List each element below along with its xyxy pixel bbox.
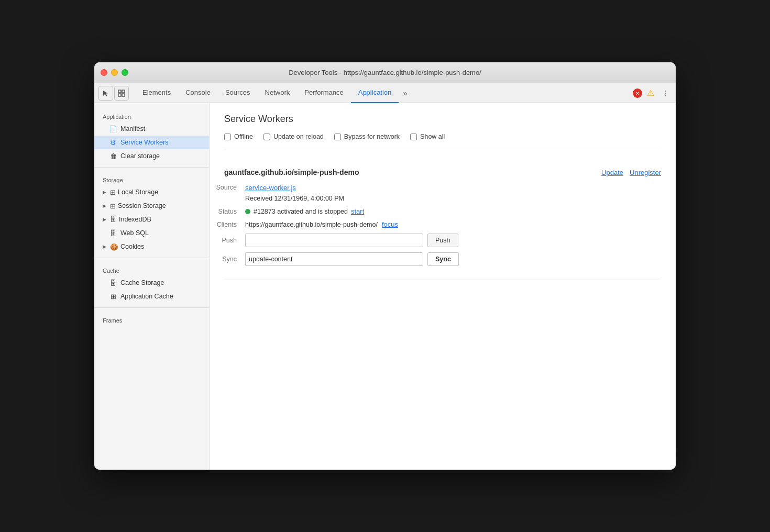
offline-checkbox[interactable] <box>224 134 231 140</box>
sw-actions: Update Unregister <box>601 169 661 176</box>
svg-rect-0 <box>118 90 121 93</box>
divider-2 <box>94 258 209 258</box>
devtools-window: Developer Tools - https://gauntface.gith… <box>94 62 676 470</box>
focus-link[interactable]: focus <box>382 220 398 228</box>
source-file-link[interactable]: service-worker.js <box>245 184 344 192</box>
section-frames-header: Frames <box>94 312 209 326</box>
cookies-icon: 🍪 <box>110 243 118 251</box>
update-on-reload-checkbox-label[interactable]: Update on reload <box>263 133 324 140</box>
status-row: Status #12873 activated and is stopped s… <box>224 207 661 215</box>
offline-checkbox-label[interactable]: Offline <box>224 133 253 140</box>
push-input[interactable] <box>245 234 423 247</box>
sidebar-item-cookies[interactable]: ▶ 🍪 Cookies <box>94 240 209 253</box>
arrow-icon: ▶ <box>103 217 108 222</box>
app-cache-icon: ⊞ <box>109 293 117 301</box>
divider-3 <box>94 307 209 308</box>
sidebar: Application 📄 Manifest ⚙ Service Workers… <box>94 103 210 470</box>
nav-tabs: Elements Console Sources Network Perform… <box>135 83 631 103</box>
received-text: Received 12/31/1969, 4:00:00 PM <box>245 195 344 202</box>
window-title: Developer Tools - https://gauntface.gith… <box>289 69 481 76</box>
minimize-button[interactable] <box>111 69 118 76</box>
push-label: Push <box>210 237 245 244</box>
gear-icon: ⚙ <box>109 139 117 147</box>
bypass-network-checkbox[interactable] <box>334 134 341 140</box>
page-title: Service Workers <box>224 114 661 125</box>
tab-elements[interactable]: Elements <box>135 83 178 103</box>
sidebar-item-clear-storage[interactable]: 🗑 Clear storage <box>94 149 209 163</box>
websql-icon: 🗄 <box>109 229 117 237</box>
arrow-icon: ▶ <box>103 190 108 195</box>
update-link[interactable]: Update <box>601 169 623 176</box>
svg-rect-3 <box>122 94 125 96</box>
more-tabs-button[interactable]: » <box>399 87 411 99</box>
cursor-icon-button[interactable] <box>98 86 113 101</box>
clients-value: https://gauntface.github.io/simple-push-… <box>245 220 398 228</box>
maximize-button[interactable] <box>122 69 128 76</box>
sw-domain-row: gauntface.github.io/simple-push-demo Upd… <box>224 168 661 176</box>
tab-performance[interactable]: Performance <box>297 83 350 103</box>
show-all-checkbox[interactable] <box>410 134 417 140</box>
main-area: Application 📄 Manifest ⚙ Service Workers… <box>94 103 676 470</box>
sync-row: Sync Sync <box>224 252 661 266</box>
divider-1 <box>94 167 209 168</box>
push-row: Push Push <box>224 234 661 247</box>
sidebar-item-app-cache[interactable]: ⊞ Application Cache <box>94 290 209 303</box>
unregister-link[interactable]: Unregister <box>630 169 661 176</box>
error-badge: × <box>633 88 642 98</box>
clients-label: Clients <box>210 221 245 228</box>
source-row: Source service-worker.js Received 12/31/… <box>224 184 661 202</box>
warning-icon: ⚠ <box>645 88 656 98</box>
sidebar-item-local-storage[interactable]: ▶ ⊞ Local Storage <box>94 185 209 199</box>
svg-rect-1 <box>122 90 125 93</box>
content-panel: Service Workers Offline Update on reload… <box>210 103 676 470</box>
source-label: Source <box>210 184 245 191</box>
sidebar-item-manifest[interactable]: 📄 Manifest <box>94 122 209 136</box>
svg-rect-2 <box>118 94 121 96</box>
tab-console[interactable]: Console <box>178 83 218 103</box>
toolbar-icon-group <box>98 86 129 101</box>
section-storage-header: Storage <box>94 172 209 185</box>
toolbar-right: × ⚠ ⋮ <box>633 87 672 99</box>
sidebar-item-indexeddb[interactable]: ▶ 🗄 IndexedDB <box>94 213 209 226</box>
start-link[interactable]: start <box>351 207 364 215</box>
options-row: Offline Update on reload Bypass for netw… <box>224 133 661 149</box>
tab-sources[interactable]: Sources <box>218 83 258 103</box>
status-active-dot <box>245 209 250 214</box>
sidebar-item-session-storage[interactable]: ▶ ⊞ Session Storage <box>94 199 209 213</box>
session-storage-icon: ⊞ <box>110 202 116 210</box>
sw-domain: gauntface.github.io/simple-push-demo <box>224 168 359 176</box>
close-button[interactable] <box>101 69 107 76</box>
clients-url: https://gauntface.github.io/simple-push-… <box>245 221 378 228</box>
service-worker-entry: gauntface.github.io/simple-push-demo Upd… <box>224 160 661 280</box>
arrow-icon: ▶ <box>103 203 108 208</box>
arrow-icon: ▶ <box>103 244 108 249</box>
inspect-icon-button[interactable] <box>114 86 129 101</box>
local-storage-icon: ⊞ <box>110 189 116 196</box>
manifest-icon: 📄 <box>109 125 117 133</box>
source-values: service-worker.js Received 12/31/1969, 4… <box>245 184 344 202</box>
section-cache-header: Cache <box>94 262 209 276</box>
tab-application[interactable]: Application <box>351 83 399 103</box>
sidebar-item-cache-storage[interactable]: 🗄 Cache Storage <box>94 276 209 290</box>
tab-network[interactable]: Network <box>258 83 298 103</box>
clients-row: Clients https://gauntface.github.io/simp… <box>224 220 661 228</box>
traffic-lights <box>101 69 128 76</box>
status-value: #12873 activated and is stopped start <box>245 207 364 215</box>
sync-label: Sync <box>210 256 245 263</box>
trash-icon: 🗑 <box>109 152 117 160</box>
devtools-menu-button[interactable]: ⋮ <box>659 87 672 99</box>
sidebar-item-service-workers[interactable]: ⚙ Service Workers <box>94 136 209 149</box>
push-button[interactable]: Push <box>427 234 458 247</box>
indexeddb-icon: 🗄 <box>110 216 117 223</box>
sidebar-item-websql[interactable]: 🗄 Web SQL <box>94 226 209 240</box>
titlebar: Developer Tools - https://gauntface.gith… <box>94 62 676 83</box>
status-text: #12873 activated and is stopped <box>254 208 348 215</box>
cache-icon: 🗄 <box>109 279 117 287</box>
show-all-checkbox-label[interactable]: Show all <box>410 133 445 140</box>
bypass-network-checkbox-label[interactable]: Bypass for network <box>334 133 400 140</box>
sync-button[interactable]: Sync <box>427 252 459 266</box>
toolbar: Elements Console Sources Network Perform… <box>94 83 676 103</box>
sync-input[interactable] <box>245 252 423 266</box>
update-on-reload-checkbox[interactable] <box>263 134 270 140</box>
section-application-header: Application <box>94 108 209 122</box>
